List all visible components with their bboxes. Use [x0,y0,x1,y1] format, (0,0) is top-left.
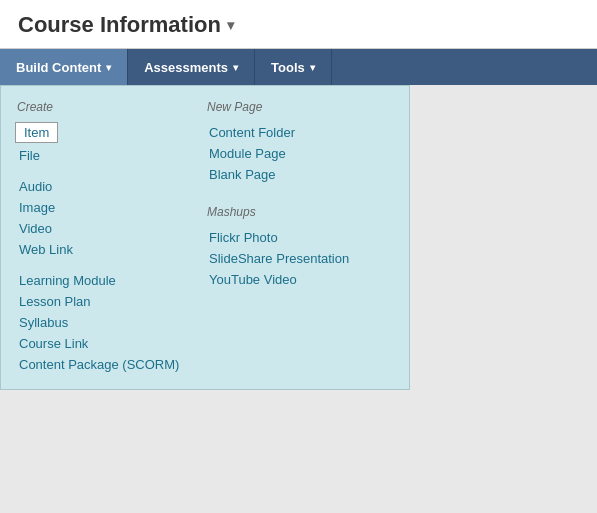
right-column: New Page Content Folder Module Page Blan… [205,100,385,375]
menu-item-module-page[interactable]: Module Page [205,143,290,164]
newpage-heading: New Page [205,100,385,114]
tools-button[interactable]: Tools ▾ [255,49,332,85]
build-content-button[interactable]: Build Content ▾ [0,49,128,85]
menu-item-syllabus[interactable]: Syllabus [15,312,72,333]
page-header: Course Information ▾ [0,0,597,49]
build-content-dropdown: Create Item File Audio Image Video Web L… [0,85,410,390]
build-content-label: Build Content [16,60,101,75]
tools-arrow: ▾ [310,62,315,73]
create-column: Create Item File Audio Image Video Web L… [15,100,195,375]
page-title-text: Course Information [18,12,221,38]
toolbar: Build Content ▾ Assessments ▾ Tools ▾ [0,49,597,85]
menu-item-blank-page[interactable]: Blank Page [205,164,280,185]
separator-4 [205,195,385,205]
assessments-button[interactable]: Assessments ▾ [128,49,255,85]
menu-item-slideshare[interactable]: SlideShare Presentation [205,248,353,269]
menu-item-youtube[interactable]: YouTube Video [205,269,301,290]
menu-item-item[interactable]: Item [15,122,58,143]
build-content-arrow: ▾ [106,62,111,73]
menu-item-audio[interactable]: Audio [15,176,56,197]
menu-item-content-folder[interactable]: Content Folder [205,122,299,143]
menu-item-flickr[interactable]: Flickr Photo [205,227,282,248]
menu-item-course-link[interactable]: Course Link [15,333,92,354]
assessments-arrow: ▾ [233,62,238,73]
assessments-label: Assessments [144,60,228,75]
separator-3 [205,185,385,195]
create-heading: Create [15,100,195,114]
menu-item-learning-module[interactable]: Learning Module [15,270,120,291]
menu-item-weblink[interactable]: Web Link [15,239,77,260]
separator-2 [15,260,195,270]
menu-item-video[interactable]: Video [15,218,56,239]
separator-1 [15,166,195,176]
title-chevron-icon[interactable]: ▾ [227,17,234,33]
menu-item-lesson-plan[interactable]: Lesson Plan [15,291,95,312]
tools-label: Tools [271,60,305,75]
menu-item-scorm[interactable]: Content Package (SCORM) [15,354,183,375]
page-title: Course Information ▾ [18,12,579,38]
menu-item-image[interactable]: Image [15,197,59,218]
menu-item-file[interactable]: File [15,145,44,166]
mashups-heading: Mashups [205,205,385,219]
